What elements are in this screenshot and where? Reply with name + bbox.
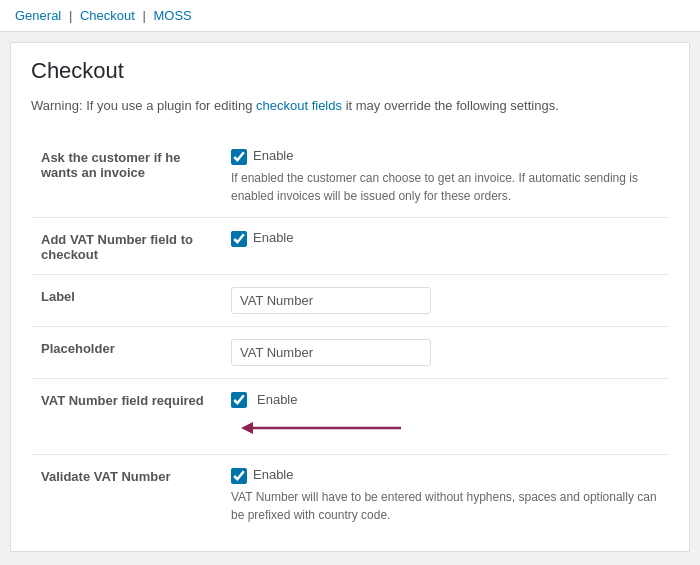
ask-invoice-enable-label: Enable xyxy=(253,148,293,163)
placeholder-input[interactable] xyxy=(231,339,431,366)
validate-vat-enable-label: Enable xyxy=(253,467,293,482)
arrow-indicator xyxy=(231,414,411,442)
label-field-label: Label xyxy=(41,289,75,304)
placeholder-field-label: Placeholder xyxy=(41,341,115,356)
checkout-fields-link[interactable]: checkout fields xyxy=(256,98,342,113)
validate-vat-description: VAT Number will have to be entered witho… xyxy=(231,488,659,524)
vat-required-checkbox-row: Enable xyxy=(231,391,659,408)
settings-table: Ask the customer if he wants an invoice … xyxy=(31,136,669,536)
vat-required-label: VAT Number field required xyxy=(41,393,204,408)
row-vat-required: VAT Number field required Enable xyxy=(31,378,669,454)
add-vat-enable-label: Enable xyxy=(253,230,293,245)
add-vat-checkbox-row: Enable xyxy=(231,230,659,247)
row-add-vat: Add VAT Number field to checkout Enable xyxy=(31,217,669,274)
validate-vat-checkbox-row: Enable xyxy=(231,467,659,484)
row-ask-invoice: Ask the customer if he wants an invoice … xyxy=(31,136,669,218)
row-placeholder: Placeholder xyxy=(31,326,669,378)
svg-marker-1 xyxy=(241,422,253,434)
ask-invoice-label: Ask the customer if he wants an invoice xyxy=(41,150,180,180)
vat-required-checkbox[interactable] xyxy=(231,392,247,408)
breadcrumb-sep2: | xyxy=(142,8,145,23)
breadcrumb-moss[interactable]: MOSS xyxy=(153,8,191,23)
page-wrapper: General | Checkout | MOSS Checkout Warni… xyxy=(0,0,700,565)
breadcrumb: General | Checkout | MOSS xyxy=(0,0,700,32)
warning-text: Warning: If you use a plugin for editing… xyxy=(31,96,669,116)
breadcrumb-general[interactable]: General xyxy=(15,8,61,23)
row-validate-vat: Validate VAT Number Enable VAT Number wi… xyxy=(31,454,669,536)
validate-vat-label: Validate VAT Number xyxy=(41,469,171,484)
breadcrumb-checkout[interactable]: Checkout xyxy=(80,8,135,23)
ask-invoice-description: If enabled the customer can choose to ge… xyxy=(231,169,659,205)
ask-invoice-checkbox[interactable] xyxy=(231,149,247,165)
add-vat-checkbox[interactable] xyxy=(231,231,247,247)
content-area: Checkout Warning: If you use a plugin fo… xyxy=(10,42,690,552)
ask-invoice-checkbox-row: Enable xyxy=(231,148,659,165)
page-title: Checkout xyxy=(31,58,669,84)
add-vat-label: Add VAT Number field to checkout xyxy=(41,232,193,262)
label-input[interactable] xyxy=(231,287,431,314)
validate-vat-checkbox[interactable] xyxy=(231,468,247,484)
vat-required-enable-label: Enable xyxy=(257,392,297,407)
row-label: Label xyxy=(31,274,669,326)
breadcrumb-sep1: | xyxy=(69,8,72,23)
